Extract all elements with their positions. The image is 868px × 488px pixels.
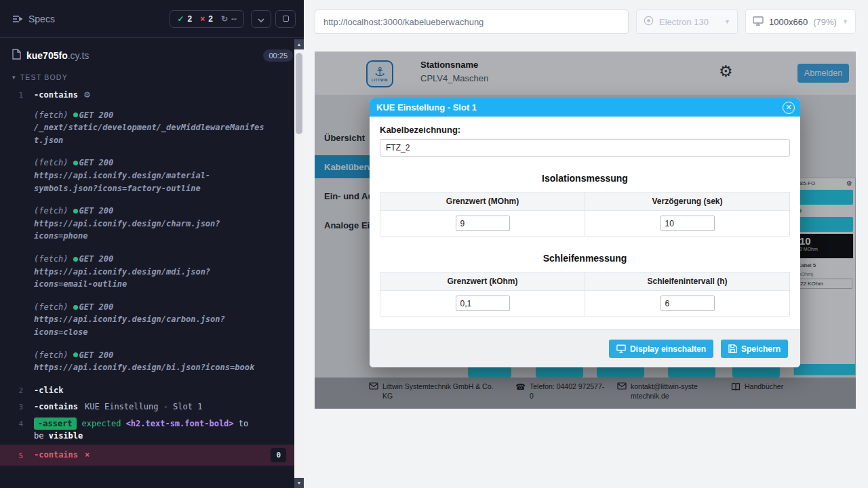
retry-count-badge: 0 bbox=[271, 448, 286, 462]
xhr-log-row[interactable]: (fetch)GET 200 https://api.iconify.desig… bbox=[0, 347, 304, 376]
chevron-down-icon: ▼ bbox=[842, 18, 848, 25]
x-icon: × bbox=[200, 16, 205, 22]
iso-grenzwert-input[interactable] bbox=[456, 216, 510, 231]
iso-col-verzoegerung: Verzögerung (sek) bbox=[585, 192, 790, 211]
floppy-disk-icon bbox=[728, 344, 737, 353]
loop-col-intervall: Schleifenintervall (h) bbox=[585, 272, 790, 291]
command-argument: KUE Einstellung - Slot 1 bbox=[85, 402, 202, 411]
test-body-section[interactable]: ▾ TEST BODY bbox=[0, 69, 304, 87]
modal-title: KUE Einstellung - Slot 1 bbox=[376, 102, 477, 113]
command-row[interactable]: 2 click bbox=[0, 382, 304, 399]
xhr-log-row[interactable]: (fetch)GET 200 https://api.iconify.desig… bbox=[0, 299, 304, 341]
modal-titlebar: KUE Einstellung - Slot 1 ✕ bbox=[370, 98, 800, 117]
browser-icon bbox=[644, 16, 654, 28]
isolation-heading: Isolationsmessung bbox=[380, 173, 790, 184]
iso-col-grenzwert: Grenzwert (MOhm) bbox=[380, 192, 585, 211]
fetch-label: (fetch) bbox=[34, 349, 68, 362]
modal-footer: Display einschalten Speichern bbox=[370, 329, 800, 367]
kabel-name-label: Kabelbezeichnung: bbox=[380, 125, 790, 135]
assert-element: <h2.text-sm.font-bold> bbox=[126, 419, 234, 428]
loop-col-grenzwert: Grenzwert (kOhm) bbox=[380, 272, 585, 291]
url-input[interactable] bbox=[315, 9, 629, 34]
close-icon[interactable]: ✕ bbox=[783, 102, 795, 114]
fetch-status: GET 200 bbox=[79, 205, 114, 218]
fetch-label: (fetch) bbox=[34, 109, 68, 122]
url-toolbar: Electron 130 ▼ 1000x660 (79%) ▼ bbox=[315, 9, 856, 34]
passed-count[interactable]: ✓2 bbox=[177, 14, 192, 24]
fetch-status: GET 200 bbox=[79, 157, 114, 169]
refresh-icon: ↻ bbox=[221, 14, 228, 24]
kabel-name-input[interactable] bbox=[380, 139, 790, 157]
loop-grenzwert-input[interactable] bbox=[456, 296, 510, 311]
fetch-label: (fetch) bbox=[34, 301, 68, 314]
check-icon: ✓ bbox=[177, 14, 184, 24]
schleifen-table: Grenzwert (kOhm) Schleifenintervall (h) bbox=[380, 272, 790, 317]
scroll-up-button[interactable]: ▲ bbox=[294, 39, 304, 49]
kue-settings-modal: KUE Einstellung - Slot 1 ✕ Kabelbezeichn… bbox=[370, 98, 800, 367]
browser-select[interactable]: Electron 130 ▼ bbox=[636, 9, 738, 34]
collapse-reporter-button[interactable] bbox=[251, 10, 271, 28]
status-ok-dot bbox=[73, 352, 78, 357]
display-icon bbox=[616, 344, 626, 353]
xhr-log-row[interactable]: (fetch)GET 200 https://api.iconify.desig… bbox=[0, 155, 304, 197]
fetch-label: (fetch) bbox=[34, 205, 68, 218]
isolation-table: Grenzwert (MOhm) Verzögerung (sek) bbox=[380, 192, 790, 237]
stop-icon bbox=[283, 16, 289, 22]
stop-button[interactable] bbox=[275, 10, 296, 28]
test-stats: ✓2 ×2 ↻-- bbox=[170, 10, 244, 28]
chevron-down-icon: ▼ bbox=[724, 18, 730, 25]
scroll-down-button[interactable]: ▼ bbox=[294, 478, 304, 488]
status-ok-dot bbox=[73, 161, 78, 165]
fetch-label: (fetch) bbox=[34, 157, 68, 169]
gear-icon: ⚙ bbox=[83, 90, 91, 100]
xhr-log-row[interactable]: (fetch)GET 200 https://api.iconify.desig… bbox=[0, 203, 304, 245]
viewport-zoom: (79%) bbox=[813, 17, 837, 27]
fetch-status: GET 200 bbox=[79, 253, 114, 266]
fetch-url: https://api.iconify.design/charm.json?ic… bbox=[34, 218, 268, 243]
xhr-log-row[interactable]: (fetch)GET 200 /_next/static/development… bbox=[0, 107, 304, 149]
fetch-url: /_next/static/development/_devMiddleware… bbox=[34, 121, 268, 146]
specs-menu-button[interactable]: Specs bbox=[12, 14, 55, 24]
reporter-scrollbar[interactable]: ▲ ▼ bbox=[294, 39, 304, 488]
chevron-down-icon: ▾ bbox=[12, 74, 16, 81]
command-row[interactable]: 1 contains⚙ bbox=[0, 87, 304, 104]
fetch-status: GET 200 bbox=[79, 349, 114, 362]
failed-command-row[interactable]: 5 contains× 0 bbox=[0, 445, 304, 466]
fetch-url: https://api.iconify.design/material-symb… bbox=[34, 169, 268, 195]
modal-body: Kabelbezeichnung: Isolationsmessung Gren… bbox=[370, 117, 800, 317]
specs-menu-icon bbox=[12, 14, 23, 24]
display-on-button[interactable]: Display einschalten bbox=[609, 340, 713, 358]
spec-file-row[interactable]: kue705fo.cy.ts 00:25 bbox=[0, 38, 304, 69]
reporter-header: Specs ✓2 ×2 ↻-- bbox=[0, 0, 304, 38]
cypress-reporter: Specs ✓2 ×2 ↻-- kue705fo.cy.ts 00:25 ▾ T… bbox=[0, 0, 304, 488]
fetch-url: https://api.iconify.design/bi.json?icons… bbox=[34, 361, 254, 374]
scrollbar-thumb[interactable] bbox=[296, 53, 302, 134]
fetch-status: GET 200 bbox=[79, 109, 114, 122]
chevron-down-icon bbox=[258, 13, 264, 25]
fetch-status: GET 200 bbox=[79, 301, 114, 314]
viewport-select[interactable]: 1000x660 (79%) ▼ bbox=[745, 9, 856, 34]
spec-name: kue705fo.cy.ts bbox=[26, 50, 89, 61]
assert-row[interactable]: 4 assertexpected <h2.text-sm.font-bold> … bbox=[0, 415, 304, 445]
iso-verzoegerung-input[interactable] bbox=[660, 216, 715, 231]
viewport-size: 1000x660 bbox=[769, 17, 808, 27]
save-button[interactable]: Speichern bbox=[721, 340, 788, 358]
status-ok-dot bbox=[73, 257, 78, 262]
app-under-test: ⚓ LITTWIN Stationsname CPLV4_Maschen ⚙ A… bbox=[315, 52, 856, 409]
xhr-log-row[interactable]: (fetch)GET 200 https://api.iconify.desig… bbox=[0, 251, 304, 293]
status-ok-dot bbox=[73, 113, 78, 117]
status-ok-dot bbox=[73, 209, 78, 214]
command-log: 1 contains⚙ (fetch)GET 200 /_next/static… bbox=[0, 87, 304, 466]
fetch-url: https://api.iconify.design/carbon.json?i… bbox=[34, 313, 268, 338]
command-row[interactable]: 3 containsKUE Einstellung - Slot 1 bbox=[0, 399, 304, 415]
spec-duration: 00:25 bbox=[263, 49, 293, 62]
failed-count[interactable]: ×2 bbox=[200, 14, 213, 24]
browser-name: Electron 130 bbox=[659, 17, 709, 27]
fetch-label: (fetch) bbox=[34, 253, 68, 266]
fail-x-icon: × bbox=[85, 450, 90, 460]
pending-count[interactable]: ↻-- bbox=[221, 14, 237, 24]
assert-badge: assert bbox=[34, 418, 77, 430]
loop-intervall-input[interactable] bbox=[660, 296, 715, 311]
spec-file-icon bbox=[12, 49, 21, 62]
viewport-icon bbox=[753, 16, 764, 28]
